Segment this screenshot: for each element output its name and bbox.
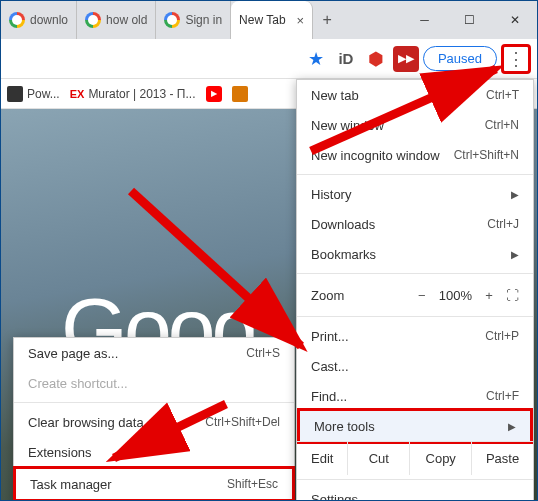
menu-settings[interactable]: Settings xyxy=(297,484,533,501)
menu-separator xyxy=(297,479,533,480)
bookmark-pow[interactable]: Pow... xyxy=(7,86,60,102)
youtube-icon: ▶ xyxy=(206,86,222,102)
menu-copy[interactable]: Copy xyxy=(409,442,471,475)
titlebar: downlo how old Sign in New Tab × + ─ ☐ ✕ xyxy=(1,1,537,39)
annotation-arrow xyxy=(121,181,321,361)
bookmark-box[interactable] xyxy=(232,86,248,102)
bookmark-favicon xyxy=(232,86,248,102)
chevron-right-icon: ▶ xyxy=(511,189,519,200)
tab-label: Sign in xyxy=(185,13,222,27)
maximize-button[interactable]: ☐ xyxy=(447,1,492,39)
google-favicon xyxy=(9,12,25,28)
svg-line-2 xyxy=(114,404,226,458)
annotation-arrow xyxy=(106,396,236,476)
annotation-arrow xyxy=(301,61,521,161)
tab-label: New Tab xyxy=(239,13,285,27)
tab-sign-in[interactable]: Sign in xyxy=(156,1,231,39)
menu-print[interactable]: Print... Ctrl+P xyxy=(297,321,533,351)
bookmark-murator[interactable]: EX Murator | 2013 - П... xyxy=(70,87,196,101)
bookmark-label: Pow... xyxy=(27,87,60,101)
menu-cut[interactable]: Cut xyxy=(347,442,409,475)
chevron-right-icon: ▶ xyxy=(508,421,516,432)
close-window-button[interactable]: ✕ xyxy=(492,1,537,39)
new-tab-button[interactable]: + xyxy=(313,1,341,39)
close-tab-icon[interactable]: × xyxy=(297,13,305,28)
menu-downloads[interactable]: Downloads Ctrl+J xyxy=(297,209,533,239)
menu-history[interactable]: History ▶ xyxy=(297,179,533,209)
menu-separator xyxy=(297,316,533,317)
bookmark-favicon xyxy=(7,86,23,102)
chevron-right-icon: ▶ xyxy=(511,249,519,260)
window-controls: ─ ☐ ✕ xyxy=(402,1,537,39)
zoom-out-button[interactable]: − xyxy=(413,288,431,303)
svg-line-0 xyxy=(311,69,496,151)
google-favicon xyxy=(85,12,101,28)
tab-label: how old xyxy=(106,13,147,27)
menu-find[interactable]: Find... Ctrl+F xyxy=(297,381,533,411)
menu-bookmarks[interactable]: Bookmarks ▶ xyxy=(297,239,533,269)
minimize-button[interactable]: ─ xyxy=(402,1,447,39)
svg-line-1 xyxy=(131,191,301,346)
bookmark-youtube[interactable]: ▶ xyxy=(206,86,222,102)
bookmark-favicon: EX xyxy=(70,88,85,100)
menu-edit-row: Edit Cut Copy Paste xyxy=(297,441,533,475)
menu-paste[interactable]: Paste xyxy=(471,442,533,475)
tab-downlo[interactable]: downlo xyxy=(1,1,77,39)
fullscreen-icon[interactable]: ⛶ xyxy=(506,288,519,303)
zoom-in-button[interactable]: + xyxy=(480,288,498,303)
zoom-value: 100% xyxy=(439,288,472,303)
tab-new-tab[interactable]: New Tab × xyxy=(231,1,313,39)
menu-separator xyxy=(297,273,533,274)
google-favicon xyxy=(164,12,180,28)
menu-separator xyxy=(297,174,533,175)
submenu-create-shortcut[interactable]: Create shortcut... xyxy=(14,368,294,398)
bookmark-label: Murator | 2013 - П... xyxy=(88,87,195,101)
tab-how-old[interactable]: how old xyxy=(77,1,156,39)
menu-zoom: Zoom − 100% + ⛶ xyxy=(297,278,533,312)
menu-cast[interactable]: Cast... xyxy=(297,351,533,381)
menu-more-tools[interactable]: More tools ▶ xyxy=(300,411,530,441)
tab-label: downlo xyxy=(30,13,68,27)
